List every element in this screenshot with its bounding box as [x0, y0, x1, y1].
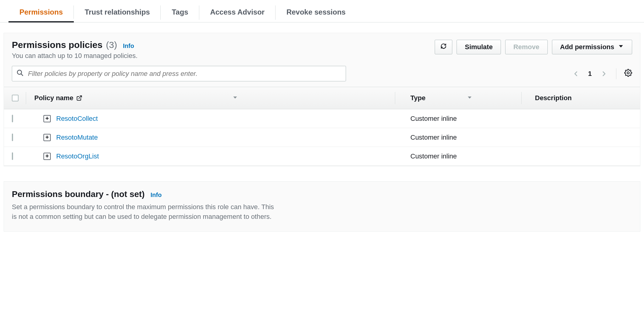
refresh-icon — [440, 43, 447, 51]
expand-button[interactable]: + — [43, 153, 51, 160]
policy-search-input[interactable] — [27, 70, 341, 78]
tab-permissions[interactable]: Permissions — [9, 3, 74, 22]
panel-title: Permissions policies — [12, 40, 102, 50]
boundary-description: Set a permissions boundary to control th… — [12, 202, 276, 222]
policy-search[interactable] — [12, 66, 346, 81]
expand-button[interactable]: + — [43, 115, 51, 122]
refresh-button[interactable] — [435, 40, 452, 54]
table-row: + ResotoOrgList Customer inline — [4, 147, 640, 166]
tab-revoke-sessions[interactable]: Revoke sessions — [276, 3, 357, 22]
panel-count: (3) — [106, 40, 117, 50]
tab-trust-relationships[interactable]: Trust relationships — [74, 3, 161, 22]
permissions-policies-panel: Permissions policies (3) Info You can at… — [4, 33, 640, 166]
panel-subtitle: You can attach up to 10 managed policies… — [12, 52, 138, 60]
policy-link[interactable]: ResotoOrgList — [56, 152, 99, 160]
add-permissions-button[interactable]: Add permissions — [552, 40, 632, 54]
row-checkbox[interactable] — [12, 134, 13, 141]
policy-link[interactable]: ResotoCollect — [56, 115, 98, 123]
pagination: 1 — [572, 68, 632, 79]
policies-table-header: Policy name Type Description — [4, 87, 640, 109]
policy-type: Customer inline — [404, 152, 529, 160]
table-row: + ResotoCollect Customer inline — [4, 109, 640, 128]
policy-link[interactable]: ResotoMutate — [56, 134, 98, 141]
tabs-bar: Permissions Trust relationships Tags Acc… — [0, 0, 644, 22]
svg-line-1 — [21, 74, 23, 76]
tab-access-advisor[interactable]: Access Advisor — [199, 3, 276, 22]
remove-button: Remove — [505, 40, 548, 54]
page-number: 1 — [586, 70, 594, 78]
info-link[interactable]: Info — [150, 192, 162, 198]
col-policy-name[interactable]: Policy name — [34, 94, 73, 102]
simulate-button[interactable]: Simulate — [457, 40, 501, 54]
search-icon — [16, 69, 24, 78]
gear-icon — [624, 69, 632, 78]
tab-tags[interactable]: Tags — [161, 3, 199, 22]
sort-icon[interactable] — [232, 95, 238, 102]
settings-button[interactable] — [624, 69, 632, 78]
caret-down-icon — [618, 43, 624, 51]
expand-button[interactable]: + — [43, 134, 51, 141]
col-description[interactable]: Description — [535, 94, 572, 102]
table-row: + ResotoMutate Customer inline — [4, 128, 640, 147]
external-link-icon — [76, 95, 82, 101]
svg-point-2 — [627, 72, 629, 74]
boundary-title: Permissions boundary - (not set) — [12, 189, 145, 199]
permissions-boundary-panel: Permissions boundary - (not set) Info Se… — [4, 181, 640, 232]
policy-type: Customer inline — [404, 115, 529, 123]
sort-icon[interactable] — [467, 95, 472, 102]
row-checkbox[interactable] — [12, 115, 13, 122]
policy-type: Customer inline — [404, 134, 529, 141]
row-checkbox[interactable] — [12, 152, 13, 160]
prev-page-button — [572, 70, 580, 78]
next-page-button — [600, 70, 608, 78]
col-type[interactable]: Type — [410, 94, 426, 102]
info-link[interactable]: Info — [123, 42, 134, 49]
select-all-checkbox[interactable] — [12, 95, 19, 101]
